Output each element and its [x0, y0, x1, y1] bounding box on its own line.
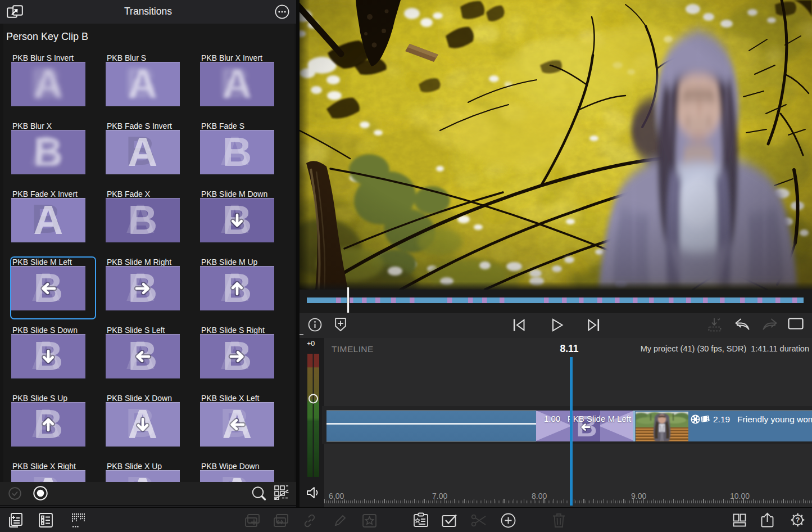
svg-text:?: ?: [796, 516, 800, 524]
